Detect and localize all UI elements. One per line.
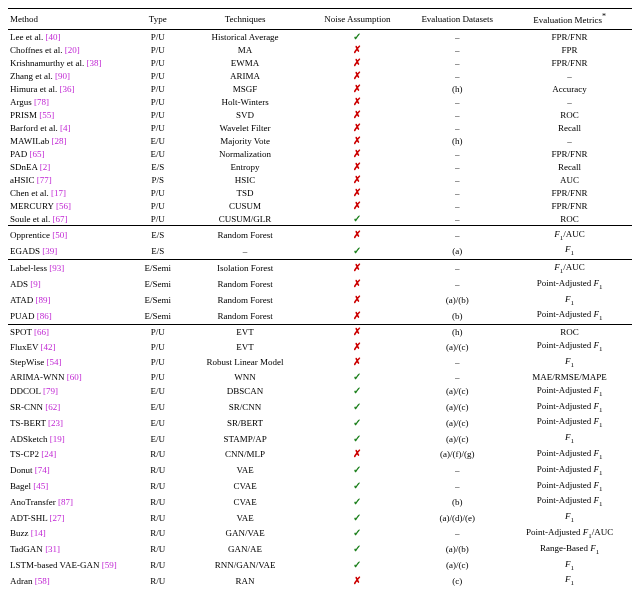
table-row: Chen et al. [17]P/UTSD✗–FPR/FNR [8, 186, 632, 199]
citation-ref[interactable]: [38] [86, 58, 101, 68]
type-cell: P/U [133, 43, 183, 56]
citation-ref[interactable]: [90] [55, 71, 70, 81]
citation-ref[interactable]: [67] [53, 214, 68, 224]
method-cell: Soule et al. [67] [8, 212, 133, 226]
table-row: PRISM [55]P/USVD✗–ROC [8, 108, 632, 121]
evalds-cell: – [407, 30, 507, 44]
citation-ref[interactable]: [20] [65, 45, 80, 55]
citation-ref[interactable]: [9] [30, 279, 41, 289]
citation-ref[interactable]: [4] [60, 123, 71, 133]
type-cell: P/U [133, 30, 183, 44]
method-cell: ARIMA-WNN [60] [8, 370, 133, 383]
citation-ref[interactable]: [93] [49, 263, 64, 273]
type-cell: E/U [133, 147, 183, 160]
metric-cell: F1 [507, 573, 632, 589]
method-cell: ADS [9] [8, 276, 133, 292]
check-icon: ✓ [353, 213, 361, 224]
citation-ref[interactable]: [77] [37, 175, 52, 185]
technique-cell: MSGF [183, 82, 308, 95]
metric-cell: Point-Adjusted F1 [507, 415, 632, 431]
type-cell: P/U [133, 56, 183, 69]
evalds-cell: – [407, 276, 507, 292]
technique-cell: Historical Average [183, 30, 308, 44]
evalds-cell: – [407, 173, 507, 186]
type-cell: P/U [133, 355, 183, 371]
type-cell: E/Semi [133, 292, 183, 308]
citation-ref[interactable]: [39] [42, 246, 57, 256]
citation-ref[interactable]: [50] [52, 230, 67, 240]
citation-ref[interactable]: [36] [59, 84, 74, 94]
evalds-cell: – [407, 108, 507, 121]
citation-ref[interactable]: [45] [33, 481, 48, 491]
noise-cell: ✓ [308, 431, 408, 447]
citation-ref[interactable]: [24] [41, 449, 56, 459]
method-cell: SPOT [66] [8, 326, 133, 339]
check-icon: ✓ [353, 245, 361, 256]
citation-ref[interactable]: [62] [45, 402, 60, 412]
evalds-cell: (a)/(c) [407, 339, 507, 355]
citation-ref[interactable]: [79] [43, 386, 58, 396]
citation-ref[interactable]: [58] [35, 576, 50, 586]
citation-ref[interactable]: [60] [67, 372, 82, 382]
noise-cell: ✓ [308, 30, 408, 44]
type-cell: E/Semi [133, 261, 183, 277]
noise-cell: ✓ [308, 399, 408, 415]
citation-ref[interactable]: [86] [37, 311, 52, 321]
citation-ref[interactable]: [40] [45, 32, 60, 42]
citation-ref[interactable]: [17] [51, 188, 66, 198]
citation-ref[interactable]: [42] [41, 342, 56, 352]
citation-ref[interactable]: [78] [34, 97, 49, 107]
method-cell: Krishnamurthy et al. [38] [8, 56, 133, 69]
table-row: StepWise [54]P/URobust Linear Model✗–F1 [8, 355, 632, 371]
table-row: ARIMA-WNN [60]P/UWNN✓–MAE/RMSE/MAPE [8, 370, 632, 383]
noise-cell: ✗ [308, 292, 408, 308]
citation-ref[interactable]: [14] [31, 528, 46, 538]
cross-icon: ✗ [353, 326, 361, 337]
cross-icon: ✗ [353, 83, 361, 94]
citation-ref[interactable]: [89] [36, 295, 51, 305]
citation-ref[interactable]: [56] [56, 201, 71, 211]
citation-ref[interactable]: [59] [102, 560, 117, 570]
noise-cell: ✗ [308, 227, 408, 243]
evalds-cell: – [407, 69, 507, 82]
citation-ref[interactable]: [66] [34, 327, 49, 337]
method-cell: ATAD [89] [8, 292, 133, 308]
technique-cell: SVD [183, 108, 308, 121]
method-cell: LSTM-based VAE-GAN [59] [8, 557, 133, 573]
citation-ref[interactable]: [28] [52, 136, 67, 146]
cross-icon: ✗ [353, 294, 361, 305]
metric-cell: F1 [507, 243, 632, 259]
citation-ref[interactable]: [54] [46, 357, 61, 367]
type-cell: R/U [133, 557, 183, 573]
citation-ref[interactable]: [55] [39, 110, 54, 120]
evalds-cell: (b) [407, 308, 507, 324]
check-icon: ✓ [353, 31, 361, 42]
noise-cell: ✓ [308, 557, 408, 573]
citation-ref[interactable]: [65] [29, 149, 44, 159]
evalds-cell: – [407, 95, 507, 108]
metric-cell: Point-Adjusted F1 [507, 462, 632, 478]
type-cell: R/U [133, 541, 183, 557]
check-icon: ✓ [353, 543, 361, 554]
cross-icon: ✗ [353, 341, 361, 352]
metric-cell: – [507, 95, 632, 108]
check-icon: ✓ [353, 464, 361, 475]
citation-ref[interactable]: [27] [50, 513, 65, 523]
noise-cell: ✗ [308, 134, 408, 147]
table-row: Adran [58]R/URAN✗(c)F1 [8, 573, 632, 589]
evalds-cell: – [407, 56, 507, 69]
table-row: Barford et al. [4]P/UWavelet Filter✗–Rec… [8, 121, 632, 134]
cross-icon: ✗ [353, 200, 361, 211]
citation-ref[interactable]: [74] [35, 465, 50, 475]
metric-cell: F1 [507, 431, 632, 447]
evalds-cell: – [407, 147, 507, 160]
evalds-cell: (a)/(f)/(g) [407, 447, 507, 463]
citation-ref[interactable]: [2] [40, 162, 51, 172]
citation-ref[interactable]: [87] [58, 497, 73, 507]
citation-ref[interactable]: [23] [48, 418, 63, 428]
citation-ref[interactable]: [31] [45, 544, 60, 554]
technique-cell: – [183, 243, 308, 259]
check-icon: ✓ [353, 371, 361, 382]
citation-ref[interactable]: [19] [50, 434, 65, 444]
method-cell: Barford et al. [4] [8, 121, 133, 134]
